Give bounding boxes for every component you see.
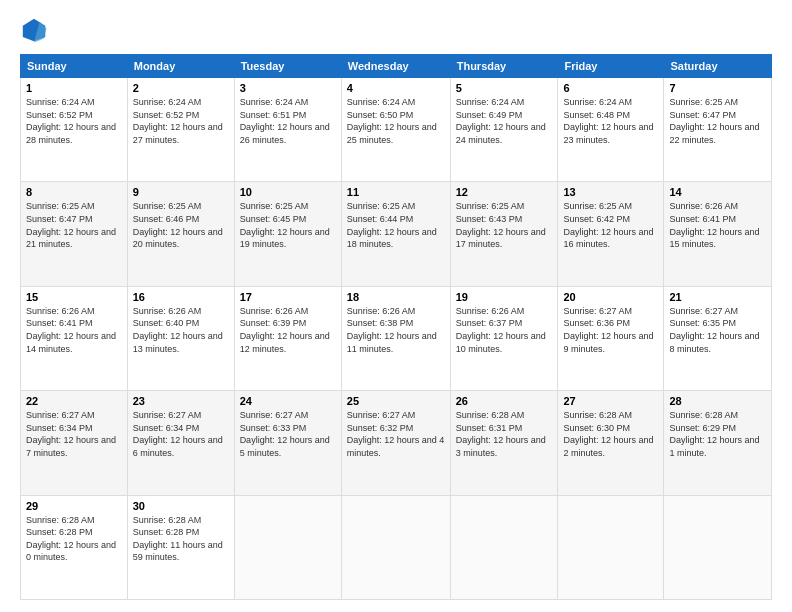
day-header-row: SundayMondayTuesdayWednesdayThursdayFrid… bbox=[21, 55, 772, 78]
day-number: 13 bbox=[563, 186, 658, 198]
day-info: Sunrise: 6:26 AM Sunset: 6:37 PM Dayligh… bbox=[456, 305, 553, 355]
day-number: 11 bbox=[347, 186, 445, 198]
calendar-cell bbox=[664, 495, 772, 599]
day-number: 20 bbox=[563, 291, 658, 303]
day-info: Sunrise: 6:26 AM Sunset: 6:40 PM Dayligh… bbox=[133, 305, 229, 355]
calendar-cell: 24 Sunrise: 6:27 AM Sunset: 6:33 PM Dayl… bbox=[234, 391, 341, 495]
day-info: Sunrise: 6:28 AM Sunset: 6:31 PM Dayligh… bbox=[456, 409, 553, 459]
calendar-cell: 17 Sunrise: 6:26 AM Sunset: 6:39 PM Dayl… bbox=[234, 286, 341, 390]
day-info: Sunrise: 6:26 AM Sunset: 6:39 PM Dayligh… bbox=[240, 305, 336, 355]
calendar-cell: 3 Sunrise: 6:24 AM Sunset: 6:51 PM Dayli… bbox=[234, 78, 341, 182]
calendar-cell: 21 Sunrise: 6:27 AM Sunset: 6:35 PM Dayl… bbox=[664, 286, 772, 390]
calendar-cell: 14 Sunrise: 6:26 AM Sunset: 6:41 PM Dayl… bbox=[664, 182, 772, 286]
day-info: Sunrise: 6:27 AM Sunset: 6:35 PM Dayligh… bbox=[669, 305, 766, 355]
day-info: Sunrise: 6:24 AM Sunset: 6:51 PM Dayligh… bbox=[240, 96, 336, 146]
day-info: Sunrise: 6:28 AM Sunset: 6:29 PM Dayligh… bbox=[669, 409, 766, 459]
day-info: Sunrise: 6:27 AM Sunset: 6:33 PM Dayligh… bbox=[240, 409, 336, 459]
day-number: 18 bbox=[347, 291, 445, 303]
day-header-wednesday: Wednesday bbox=[341, 55, 450, 78]
calendar-cell bbox=[558, 495, 664, 599]
calendar-cell: 26 Sunrise: 6:28 AM Sunset: 6:31 PM Dayl… bbox=[450, 391, 558, 495]
calendar-cell: 25 Sunrise: 6:27 AM Sunset: 6:32 PM Dayl… bbox=[341, 391, 450, 495]
week-row-1: 1 Sunrise: 6:24 AM Sunset: 6:52 PM Dayli… bbox=[21, 78, 772, 182]
day-header-sunday: Sunday bbox=[21, 55, 128, 78]
calendar-cell: 22 Sunrise: 6:27 AM Sunset: 6:34 PM Dayl… bbox=[21, 391, 128, 495]
calendar-header: SundayMondayTuesdayWednesdayThursdayFrid… bbox=[21, 55, 772, 78]
day-info: Sunrise: 6:28 AM Sunset: 6:28 PM Dayligh… bbox=[133, 514, 229, 564]
day-info: Sunrise: 6:26 AM Sunset: 6:41 PM Dayligh… bbox=[669, 200, 766, 250]
day-info: Sunrise: 6:25 AM Sunset: 6:47 PM Dayligh… bbox=[26, 200, 122, 250]
header bbox=[20, 16, 772, 44]
calendar-cell: 6 Sunrise: 6:24 AM Sunset: 6:48 PM Dayli… bbox=[558, 78, 664, 182]
calendar-table: SundayMondayTuesdayWednesdayThursdayFrid… bbox=[20, 54, 772, 600]
day-number: 29 bbox=[26, 500, 122, 512]
week-row-2: 8 Sunrise: 6:25 AM Sunset: 6:47 PM Dayli… bbox=[21, 182, 772, 286]
calendar-cell bbox=[341, 495, 450, 599]
calendar-cell: 9 Sunrise: 6:25 AM Sunset: 6:46 PM Dayli… bbox=[127, 182, 234, 286]
day-number: 2 bbox=[133, 82, 229, 94]
day-number: 15 bbox=[26, 291, 122, 303]
day-number: 21 bbox=[669, 291, 766, 303]
day-header-thursday: Thursday bbox=[450, 55, 558, 78]
logo bbox=[20, 16, 52, 44]
day-number: 26 bbox=[456, 395, 553, 407]
day-header-friday: Friday bbox=[558, 55, 664, 78]
day-number: 23 bbox=[133, 395, 229, 407]
day-info: Sunrise: 6:24 AM Sunset: 6:49 PM Dayligh… bbox=[456, 96, 553, 146]
day-info: Sunrise: 6:26 AM Sunset: 6:41 PM Dayligh… bbox=[26, 305, 122, 355]
day-info: Sunrise: 6:27 AM Sunset: 6:34 PM Dayligh… bbox=[133, 409, 229, 459]
calendar-cell: 2 Sunrise: 6:24 AM Sunset: 6:52 PM Dayli… bbox=[127, 78, 234, 182]
day-number: 6 bbox=[563, 82, 658, 94]
calendar-cell: 4 Sunrise: 6:24 AM Sunset: 6:50 PM Dayli… bbox=[341, 78, 450, 182]
day-number: 22 bbox=[26, 395, 122, 407]
calendar-cell: 5 Sunrise: 6:24 AM Sunset: 6:49 PM Dayli… bbox=[450, 78, 558, 182]
calendar-cell: 19 Sunrise: 6:26 AM Sunset: 6:37 PM Dayl… bbox=[450, 286, 558, 390]
day-header-tuesday: Tuesday bbox=[234, 55, 341, 78]
calendar-cell: 1 Sunrise: 6:24 AM Sunset: 6:52 PM Dayli… bbox=[21, 78, 128, 182]
day-info: Sunrise: 6:24 AM Sunset: 6:52 PM Dayligh… bbox=[133, 96, 229, 146]
day-info: Sunrise: 6:25 AM Sunset: 6:46 PM Dayligh… bbox=[133, 200, 229, 250]
calendar-cell: 23 Sunrise: 6:27 AM Sunset: 6:34 PM Dayl… bbox=[127, 391, 234, 495]
week-row-4: 22 Sunrise: 6:27 AM Sunset: 6:34 PM Dayl… bbox=[21, 391, 772, 495]
day-number: 14 bbox=[669, 186, 766, 198]
day-info: Sunrise: 6:24 AM Sunset: 6:48 PM Dayligh… bbox=[563, 96, 658, 146]
calendar-cell: 8 Sunrise: 6:25 AM Sunset: 6:47 PM Dayli… bbox=[21, 182, 128, 286]
calendar-cell: 13 Sunrise: 6:25 AM Sunset: 6:42 PM Dayl… bbox=[558, 182, 664, 286]
calendar-cell: 18 Sunrise: 6:26 AM Sunset: 6:38 PM Dayl… bbox=[341, 286, 450, 390]
day-number: 30 bbox=[133, 500, 229, 512]
calendar-cell: 30 Sunrise: 6:28 AM Sunset: 6:28 PM Dayl… bbox=[127, 495, 234, 599]
day-number: 5 bbox=[456, 82, 553, 94]
day-info: Sunrise: 6:25 AM Sunset: 6:43 PM Dayligh… bbox=[456, 200, 553, 250]
day-number: 24 bbox=[240, 395, 336, 407]
day-number: 8 bbox=[26, 186, 122, 198]
calendar-cell: 27 Sunrise: 6:28 AM Sunset: 6:30 PM Dayl… bbox=[558, 391, 664, 495]
day-number: 19 bbox=[456, 291, 553, 303]
calendar-cell: 12 Sunrise: 6:25 AM Sunset: 6:43 PM Dayl… bbox=[450, 182, 558, 286]
day-info: Sunrise: 6:28 AM Sunset: 6:28 PM Dayligh… bbox=[26, 514, 122, 564]
day-number: 9 bbox=[133, 186, 229, 198]
day-number: 17 bbox=[240, 291, 336, 303]
calendar-cell: 7 Sunrise: 6:25 AM Sunset: 6:47 PM Dayli… bbox=[664, 78, 772, 182]
day-header-monday: Monday bbox=[127, 55, 234, 78]
day-number: 4 bbox=[347, 82, 445, 94]
day-info: Sunrise: 6:27 AM Sunset: 6:36 PM Dayligh… bbox=[563, 305, 658, 355]
day-number: 1 bbox=[26, 82, 122, 94]
day-info: Sunrise: 6:28 AM Sunset: 6:30 PM Dayligh… bbox=[563, 409, 658, 459]
day-number: 12 bbox=[456, 186, 553, 198]
day-info: Sunrise: 6:25 AM Sunset: 6:44 PM Dayligh… bbox=[347, 200, 445, 250]
day-info: Sunrise: 6:27 AM Sunset: 6:34 PM Dayligh… bbox=[26, 409, 122, 459]
logo-icon bbox=[20, 16, 48, 44]
week-row-3: 15 Sunrise: 6:26 AM Sunset: 6:41 PM Dayl… bbox=[21, 286, 772, 390]
day-info: Sunrise: 6:24 AM Sunset: 6:50 PM Dayligh… bbox=[347, 96, 445, 146]
day-number: 28 bbox=[669, 395, 766, 407]
day-header-saturday: Saturday bbox=[664, 55, 772, 78]
calendar-cell: 28 Sunrise: 6:28 AM Sunset: 6:29 PM Dayl… bbox=[664, 391, 772, 495]
calendar-cell: 29 Sunrise: 6:28 AM Sunset: 6:28 PM Dayl… bbox=[21, 495, 128, 599]
day-info: Sunrise: 6:24 AM Sunset: 6:52 PM Dayligh… bbox=[26, 96, 122, 146]
calendar-cell: 11 Sunrise: 6:25 AM Sunset: 6:44 PM Dayl… bbox=[341, 182, 450, 286]
calendar-cell: 10 Sunrise: 6:25 AM Sunset: 6:45 PM Dayl… bbox=[234, 182, 341, 286]
day-number: 27 bbox=[563, 395, 658, 407]
day-info: Sunrise: 6:27 AM Sunset: 6:32 PM Dayligh… bbox=[347, 409, 445, 459]
week-row-5: 29 Sunrise: 6:28 AM Sunset: 6:28 PM Dayl… bbox=[21, 495, 772, 599]
day-number: 10 bbox=[240, 186, 336, 198]
